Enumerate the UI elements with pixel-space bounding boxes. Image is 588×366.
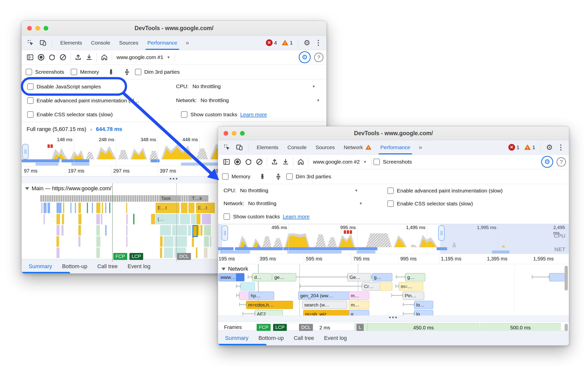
close-button[interactable] bbox=[224, 131, 228, 136]
track-resize-handle[interactable]: ••• bbox=[218, 315, 569, 321]
flame-bar[interactable] bbox=[41, 203, 43, 213]
flame-bar[interactable] bbox=[57, 236, 59, 247]
flame-bar[interactable] bbox=[109, 203, 110, 213]
full-range-crumb[interactable]: Full range (5,607.15 ms) bbox=[27, 126, 86, 132]
tab-bottom-up[interactable]: Bottom-up bbox=[253, 331, 289, 345]
network-throttling-select[interactable]: Network: No throttling ▼ bbox=[224, 200, 362, 206]
tab-event-log[interactable]: Event log bbox=[123, 259, 156, 273]
flame-bar[interactable] bbox=[92, 203, 93, 213]
tab-call-tree[interactable]: Call tree bbox=[92, 259, 123, 273]
tab-summary[interactable]: Summary bbox=[220, 331, 253, 345]
network-request-g[interactable]: g… bbox=[372, 273, 392, 281]
flame-bar[interactable] bbox=[180, 214, 190, 224]
css-selector-stats-checkbox[interactable]: Enable CSS selector stats (slow) bbox=[27, 111, 113, 118]
flame-bar[interactable] bbox=[48, 203, 50, 213]
flame-bar[interactable] bbox=[57, 225, 59, 236]
reload-record-icon[interactable] bbox=[47, 52, 58, 63]
tab-bottom-up[interactable]: Bottom-up bbox=[57, 259, 92, 273]
target-selector[interactable]: www.google.com #1▼ bbox=[114, 54, 173, 60]
tab-summary[interactable]: Summary bbox=[24, 259, 57, 273]
error-badge[interactable]: ✕4 bbox=[266, 39, 277, 46]
home-icon[interactable] bbox=[99, 52, 110, 63]
help-icon[interactable]: ? bbox=[557, 157, 566, 167]
flame-bar[interactable] bbox=[126, 236, 127, 247]
flame-chip-[interactable]: (… bbox=[156, 214, 175, 224]
css-selector-stats-checkbox[interactable]: Enable CSS selector stats (slow) bbox=[387, 200, 473, 207]
flame-bar[interactable] bbox=[200, 225, 202, 236]
dcl-badge[interactable]: DCL bbox=[299, 324, 313, 331]
flame-bar[interactable] bbox=[105, 225, 107, 236]
warning-badge[interactable]: 1 bbox=[524, 144, 535, 151]
flame-bar[interactable] bbox=[126, 225, 127, 236]
flame-bar[interactable] bbox=[196, 214, 200, 224]
flame-bar[interactable] bbox=[44, 214, 45, 224]
clear-icon[interactable] bbox=[254, 156, 265, 167]
flame-bar[interactable] bbox=[96, 236, 100, 247]
record-icon[interactable] bbox=[36, 52, 47, 63]
minimize-button[interactable] bbox=[35, 26, 40, 31]
tab-sources[interactable]: Sources bbox=[115, 36, 143, 50]
timeline-overview[interactable]: CPU NET bbox=[218, 224, 569, 254]
clear-icon[interactable] bbox=[58, 52, 68, 63]
tab-event-log[interactable]: Event log bbox=[319, 331, 352, 345]
flame-chip-e-t[interactable]: E…t bbox=[196, 203, 215, 213]
device-toolbar-icon[interactable] bbox=[234, 142, 245, 153]
flame-chip-e-t[interactable]: E…t bbox=[156, 203, 176, 213]
network-request-lo[interactable]: lo bbox=[414, 310, 433, 315]
capture-settings-button[interactable]: ⚙ bbox=[541, 156, 553, 168]
zoom-button[interactable] bbox=[44, 26, 48, 31]
network-request-search-w[interactable]: search (w… bbox=[302, 301, 347, 309]
memory-checkbox[interactable]: Memory bbox=[71, 69, 99, 75]
minimize-button[interactable] bbox=[232, 131, 236, 136]
network-request-g[interactable]: g… bbox=[405, 273, 425, 281]
network-request-www[interactable]: www… bbox=[219, 273, 244, 281]
flame-bar[interactable] bbox=[204, 247, 207, 258]
selection-handle-left[interactable] bbox=[22, 144, 29, 159]
flame-bar[interactable] bbox=[70, 203, 71, 213]
flame-bar[interactable] bbox=[57, 214, 60, 224]
network-throttling-select[interactable]: Network: No throttling ▼ bbox=[176, 97, 320, 103]
home-icon[interactable] bbox=[295, 156, 306, 167]
kebab-menu-icon[interactable]: ⋮ bbox=[556, 144, 565, 151]
flame-bar[interactable] bbox=[87, 203, 88, 213]
zoom-button[interactable] bbox=[240, 131, 245, 136]
record-icon[interactable] bbox=[232, 156, 243, 167]
flame-chip-t-k[interactable]: T…k bbox=[190, 195, 208, 202]
screenshots-checkbox[interactable]: Screenshots bbox=[373, 159, 412, 165]
flame-bar[interactable] bbox=[78, 225, 81, 236]
warning-badge[interactable]: 1 bbox=[281, 40, 293, 46]
gc-brush-icon[interactable] bbox=[106, 66, 117, 77]
disable-js-samples-checkbox[interactable]: Disable JavaScript samples bbox=[27, 83, 101, 90]
flame-chip-task[interactable]: Task bbox=[159, 195, 180, 202]
network-request-m[interactable]: m=… bbox=[399, 282, 423, 291]
collapse-tracks-icon[interactable] bbox=[121, 66, 132, 77]
network-request-m[interactable]: m… bbox=[349, 301, 369, 309]
network-track-header[interactable]: Network bbox=[222, 266, 248, 272]
memory-checkbox[interactable]: Memory bbox=[222, 173, 250, 180]
download-profile-icon[interactable] bbox=[280, 156, 291, 167]
network-request-hp[interactable]: hp… bbox=[249, 292, 274, 300]
tab-console[interactable]: Console bbox=[87, 36, 115, 50]
more-tabs-icon[interactable]: » bbox=[183, 39, 191, 46]
selection-handle-left[interactable] bbox=[222, 225, 228, 241]
flame-bar[interactable] bbox=[210, 236, 211, 247]
selected-range-crumb[interactable]: 644.78 ms bbox=[96, 126, 122, 132]
flame-bar[interactable] bbox=[78, 203, 81, 213]
flame-bar[interactable] bbox=[151, 214, 155, 224]
flame-bar[interactable] bbox=[101, 214, 102, 224]
screenshots-checkbox[interactable]: Screenshots bbox=[26, 69, 64, 75]
reload-record-icon[interactable] bbox=[243, 156, 254, 167]
network-request[interactable] bbox=[240, 282, 255, 291]
flame-bar[interactable] bbox=[191, 214, 196, 224]
flame-bar[interactable] bbox=[181, 203, 187, 213]
network-request[interactable] bbox=[380, 282, 392, 291]
settings-gear-icon[interactable]: ⚙ bbox=[301, 37, 312, 48]
more-tabs-icon[interactable]: » bbox=[416, 144, 424, 151]
cpu-throttling-select[interactable]: CPU: No throttling ▼ bbox=[176, 83, 315, 89]
network-request-lo[interactable]: lo… bbox=[414, 301, 433, 309]
network-request-ge[interactable]: ge… bbox=[272, 273, 296, 281]
inspect-icon[interactable] bbox=[25, 37, 36, 48]
flame-bar[interactable] bbox=[126, 203, 127, 213]
flame-bar[interactable] bbox=[57, 247, 59, 258]
network-request-g[interactable]: g bbox=[349, 310, 369, 315]
